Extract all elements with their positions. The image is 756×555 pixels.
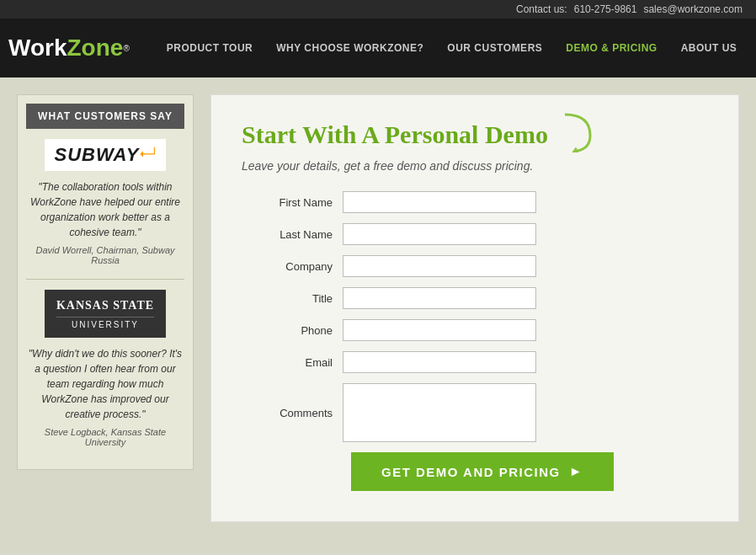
ksu-block: Kansas State UNIVERSITY "Why didn't we d… bbox=[26, 290, 184, 447]
logo-tm: ® bbox=[123, 44, 129, 53]
last-name-label: Last Name bbox=[242, 228, 343, 241]
subway-block: SUBWAY⮠ "The collaboration tools within … bbox=[26, 139, 184, 265]
sidebar: WHAT CUSTOMERS SAY SUBWAY⮠ "The collabor… bbox=[17, 94, 194, 470]
comments-label: Comments bbox=[242, 407, 343, 419]
main-content: WHAT CUSTOMERS SAY SUBWAY⮠ "The collabor… bbox=[0, 77, 756, 539]
first-name-row: First Name bbox=[242, 191, 708, 213]
submit-button[interactable]: GET DEMO AND PRICING ► bbox=[351, 452, 614, 491]
phone-label: Phone bbox=[242, 324, 343, 337]
comments-textarea[interactable] bbox=[343, 383, 536, 442]
demo-title: Start With A Personal Demo bbox=[242, 120, 548, 149]
first-name-label: First Name bbox=[242, 196, 343, 209]
ksu-quote: "Why didn't we do this sooner? It's a qu… bbox=[26, 346, 184, 422]
email-label: Email bbox=[242, 356, 343, 369]
subway-attribution: David Worrell, Chairman, Subway Russia bbox=[26, 245, 184, 265]
submit-label: GET DEMO AND PRICING bbox=[381, 465, 561, 479]
ksu-name: Kansas State bbox=[56, 298, 154, 313]
nav-demo-pricing[interactable]: DEMO & PRICING bbox=[554, 42, 668, 54]
company-label: Company bbox=[242, 260, 343, 273]
subway-quote: "The collaboration tools within WorkZone… bbox=[26, 179, 184, 240]
nav-our-customers[interactable]: OUR CUSTOMERS bbox=[435, 42, 554, 54]
sidebar-divider bbox=[26, 279, 184, 280]
subway-arrow: ⮠ bbox=[139, 146, 156, 164]
company-input[interactable] bbox=[343, 255, 536, 277]
last-name-row: Last Name bbox=[242, 223, 708, 245]
phone-input[interactable] bbox=[343, 319, 536, 341]
logo-work: Work bbox=[8, 35, 67, 61]
email-address[interactable]: sales@workzone.com bbox=[643, 3, 743, 15]
comments-row: Comments bbox=[242, 383, 708, 442]
email-input[interactable] bbox=[343, 351, 536, 373]
title-label: Title bbox=[242, 292, 343, 305]
nav-links: PRODUCT TOUR WHY CHOOSE WORKZONE? OUR CU… bbox=[155, 42, 749, 54]
first-name-input[interactable] bbox=[343, 191, 536, 213]
demo-subtitle: Leave your details, get a free demo and … bbox=[242, 159, 708, 173]
curved-arrow-icon bbox=[556, 110, 599, 156]
email-row: Email bbox=[242, 351, 708, 373]
nav-about-us[interactable]: ABOUT US bbox=[669, 42, 749, 54]
logo[interactable]: WorkZone® bbox=[8, 35, 130, 61]
title-row: Start With A Personal Demo bbox=[242, 119, 708, 156]
form-panel: Start With A Personal Demo Leave your de… bbox=[210, 94, 739, 522]
ksu-logo: Kansas State UNIVERSITY bbox=[45, 290, 166, 338]
last-name-input[interactable] bbox=[343, 223, 536, 245]
nav-why-choose[interactable]: WHY CHOOSE WORKZONE? bbox=[264, 42, 435, 54]
ksu-university: UNIVERSITY bbox=[56, 317, 154, 329]
top-bar: Contact us: 610-275-9861 sales@workzone.… bbox=[0, 0, 756, 19]
sidebar-title: WHAT CUSTOMERS SAY bbox=[26, 104, 184, 129]
phone-row: Phone bbox=[242, 319, 708, 341]
phone-number: 610-275-9861 bbox=[574, 3, 637, 15]
subway-logo: SUBWAY⮠ bbox=[45, 139, 167, 171]
logo-zone: Zone bbox=[67, 35, 124, 61]
title-row-field: Title bbox=[242, 287, 708, 309]
ksu-attribution: Steve Logback, Kansas State University bbox=[26, 427, 184, 447]
nav-product-tour[interactable]: PRODUCT TOUR bbox=[155, 42, 264, 54]
contact-label: Contact us: bbox=[516, 3, 567, 15]
navigation: WorkZone® PRODUCT TOUR WHY CHOOSE WORKZO… bbox=[0, 19, 756, 77]
submit-arrow-icon: ► bbox=[569, 464, 583, 479]
subway-text: SUBWAY bbox=[55, 144, 140, 165]
company-row: Company bbox=[242, 255, 708, 277]
title-input[interactable] bbox=[343, 287, 536, 309]
